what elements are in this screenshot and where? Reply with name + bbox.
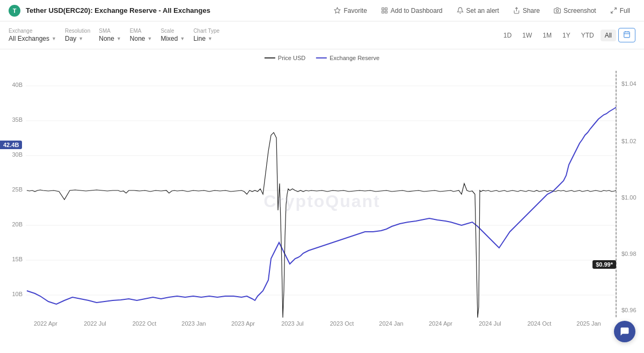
camera-icon xyxy=(554,7,561,14)
fullscreen-icon xyxy=(610,7,617,14)
svg-rect-4 xyxy=(385,11,387,13)
svg-text:2023 Jan: 2023 Jan xyxy=(181,320,206,327)
sma-select[interactable]: None ▼ xyxy=(99,35,121,42)
screenshot-button[interactable]: Screenshot xyxy=(548,5,602,17)
favorite-button[interactable]: Favorite xyxy=(328,5,372,17)
time-1y-button[interactable]: 1Y xyxy=(558,30,575,41)
chat-bubble-button[interactable] xyxy=(614,321,635,342)
scale-group: Scale Mixed ▼ xyxy=(160,28,185,42)
scale-chevron: ▼ xyxy=(180,36,185,41)
chart-type-chevron: ▼ xyxy=(208,36,213,41)
svg-text:35B: 35B xyxy=(12,116,23,123)
svg-text:2023 Jul: 2023 Jul xyxy=(281,320,304,327)
svg-text:2024 Oct: 2024 Oct xyxy=(528,320,552,327)
exchange-chevron: ▼ xyxy=(52,36,56,41)
dashboard-label: Add to Dashboard xyxy=(391,7,443,14)
chart-type-label: Chart Type xyxy=(193,28,219,34)
svg-text:25B: 25B xyxy=(12,186,23,193)
time-1m-button[interactable]: 1M xyxy=(538,30,556,41)
calendar-icon xyxy=(623,31,631,38)
svg-point-6 xyxy=(556,10,558,12)
ema-chevron: ▼ xyxy=(148,36,152,41)
add-to-dashboard-button[interactable]: Add to Dashboard xyxy=(376,5,448,17)
svg-text:2024 Jul: 2024 Jul xyxy=(479,320,501,327)
dashboard-icon xyxy=(381,7,388,14)
toolbar: Exchange All Exchanges ▼ Resolution Day … xyxy=(0,21,644,49)
page-title: Tether USD(ERC20): Exchange Reserve - Al… xyxy=(26,6,210,14)
svg-text:40B: 40B xyxy=(12,82,23,88)
set-alert-button[interactable]: Set an alert xyxy=(451,5,504,17)
star-icon xyxy=(334,7,341,14)
logo: T xyxy=(9,5,20,17)
chart-type-group: Chart Type Line ▼ xyxy=(193,28,219,42)
svg-text:$1.04: $1.04 xyxy=(621,80,636,87)
legend-reserve-label: Exchange Reserve xyxy=(330,55,379,61)
legend-price: Price USD xyxy=(265,55,305,61)
svg-text:$0.98: $0.98 xyxy=(621,251,636,257)
share-button[interactable]: Share xyxy=(508,5,545,17)
exchange-value: All Exchanges xyxy=(9,35,49,42)
legend-reserve: Exchange Reserve xyxy=(316,55,379,61)
svg-text:2022 Apr: 2022 Apr xyxy=(34,320,57,327)
top-nav-left: T Tether USD(ERC20): Exchange Reserve - … xyxy=(9,5,210,17)
ema-group: EMA None ▼ xyxy=(130,28,152,42)
svg-rect-1 xyxy=(382,8,384,10)
exchange-reserve-line xyxy=(27,107,616,304)
top-nav: T Tether USD(ERC20): Exchange Reserve - … xyxy=(0,0,644,21)
svg-text:2023 Oct: 2023 Oct xyxy=(330,320,354,327)
svg-text:2023 Apr: 2023 Apr xyxy=(231,320,255,327)
ema-label: EMA xyxy=(130,28,152,34)
svg-text:10B: 10B xyxy=(12,291,23,297)
sma-chevron: ▼ xyxy=(116,36,121,41)
svg-text:$1.00: $1.00 xyxy=(621,194,636,201)
exchange-group: Exchange All Exchanges ▼ xyxy=(9,28,56,42)
favorite-label: Favorite xyxy=(343,7,367,14)
svg-text:20B: 20B xyxy=(12,221,23,227)
chart-svg-container[interactable]: 40B 35B 30B 25B 20B 15B 10B $1.04 $1.02 … xyxy=(0,49,644,353)
svg-line-7 xyxy=(614,8,616,10)
time-ytd-button[interactable]: YTD xyxy=(577,30,598,41)
bell-icon xyxy=(457,7,464,14)
share-icon xyxy=(513,7,520,14)
svg-marker-0 xyxy=(335,8,341,13)
scale-value: Mixed xyxy=(160,35,178,42)
screenshot-label: Screenshot xyxy=(564,7,596,14)
svg-rect-2 xyxy=(385,8,387,10)
main-chart-svg: 40B 35B 30B 25B 20B 15B 10B $1.04 $1.02 … xyxy=(0,49,644,353)
resolution-label: Resolution xyxy=(65,28,90,34)
resolution-group: Resolution Day ▼ xyxy=(65,28,90,42)
exchange-select[interactable]: All Exchanges ▼ xyxy=(9,35,56,42)
calendar-button[interactable] xyxy=(618,28,635,42)
chart-area: CryptoQuant 42.4B $0.99* Price USD Excha… xyxy=(0,49,644,353)
sma-value: None xyxy=(99,35,114,42)
resolution-select[interactable]: Day ▼ xyxy=(65,35,90,42)
sma-label: SMA xyxy=(99,28,121,34)
svg-text:2024 Jan: 2024 Jan xyxy=(379,320,403,327)
full-button[interactable]: Full xyxy=(605,5,635,17)
time-1w-button[interactable]: 1W xyxy=(518,30,536,41)
toolbar-left: Exchange All Exchanges ▼ Resolution Day … xyxy=(9,28,219,42)
top-nav-right: Favorite Add to Dashboard Set an alert S… xyxy=(328,5,635,17)
current-value-left-badge: 42.4B xyxy=(0,141,22,149)
svg-line-8 xyxy=(611,11,613,13)
exchange-label: Exchange xyxy=(9,28,56,34)
scale-select[interactable]: Mixed ▼ xyxy=(160,35,185,42)
sma-group: SMA None ▼ xyxy=(99,28,121,42)
svg-text:2022 Jul: 2022 Jul xyxy=(84,320,106,327)
time-1d-button[interactable]: 1D xyxy=(499,30,516,41)
chart-type-select[interactable]: Line ▼ xyxy=(193,35,219,42)
toolbar-right: 1D 1W 1M 1Y YTD All xyxy=(499,28,635,42)
alert-label: Set an alert xyxy=(466,7,499,14)
legend-reserve-line xyxy=(316,57,327,58)
resolution-value: Day xyxy=(65,35,76,42)
share-label: Share xyxy=(523,7,540,14)
ema-select[interactable]: None ▼ xyxy=(130,35,152,42)
time-all-button[interactable]: All xyxy=(601,30,616,41)
chat-icon xyxy=(619,326,630,337)
svg-text:2022 Oct: 2022 Oct xyxy=(133,320,157,327)
scale-label: Scale xyxy=(160,28,185,34)
ema-value: None xyxy=(130,35,145,42)
svg-text:2024 Apr: 2024 Apr xyxy=(429,320,452,327)
legend-price-label: Price USD xyxy=(278,55,305,61)
svg-text:$0.96: $0.96 xyxy=(621,307,636,313)
